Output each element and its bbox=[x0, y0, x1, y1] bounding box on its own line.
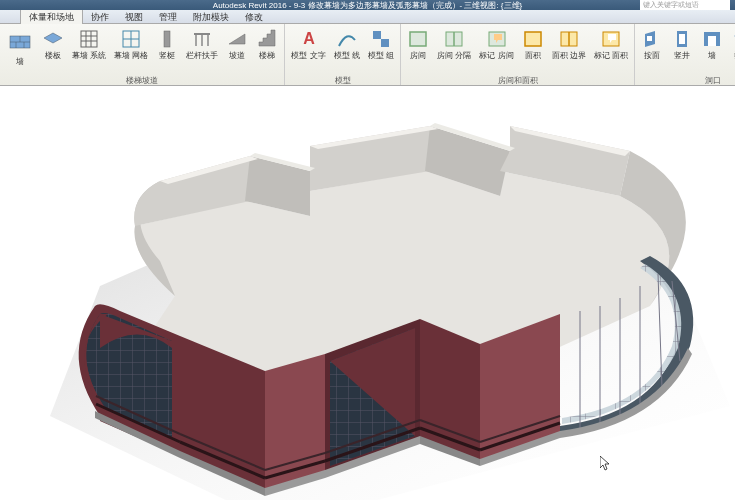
area-icon bbox=[522, 28, 544, 50]
by-face-icon bbox=[641, 28, 663, 50]
tab-modify[interactable]: 修改 bbox=[237, 10, 271, 24]
model-line-button[interactable]: 模型 线 bbox=[332, 26, 362, 62]
ribbon-group-opening: 按面 竖井 墙 垂直 老虎窗 洞口 bbox=[635, 24, 735, 85]
curtain-grid-icon bbox=[120, 28, 142, 50]
model-group-button[interactable]: 模型 组 bbox=[366, 26, 396, 62]
svg-rect-29 bbox=[647, 36, 652, 41]
floor-icon bbox=[42, 28, 64, 50]
shaft-button[interactable]: 竖井 bbox=[669, 26, 695, 62]
ribbon-group-stair-ramp: 墙 楼板 幕墙 系统 幕墙 网格 竖梃 栏杆扶手 bbox=[0, 24, 285, 85]
ribbon: 墙 楼板 幕墙 系统 幕墙 网格 竖梃 栏杆扶手 bbox=[0, 24, 735, 86]
stair-icon bbox=[256, 28, 278, 50]
wall-opening-icon bbox=[701, 28, 723, 50]
vertical-button[interactable]: 垂直 bbox=[729, 26, 735, 62]
area-boundary-icon bbox=[558, 28, 580, 50]
stair-button[interactable]: 楼梯 bbox=[254, 26, 280, 62]
tag-room-icon bbox=[486, 28, 508, 50]
tab-collaborate[interactable]: 协作 bbox=[83, 10, 117, 24]
area-button[interactable]: 面积 bbox=[520, 26, 546, 62]
room-button[interactable]: 房间 bbox=[405, 26, 431, 62]
svg-rect-5 bbox=[81, 31, 97, 47]
mullion-icon bbox=[156, 28, 178, 50]
svg-text:A: A bbox=[303, 30, 315, 47]
ramp-button[interactable]: 坡道 bbox=[224, 26, 250, 62]
svg-rect-25 bbox=[525, 32, 541, 46]
model-line-icon bbox=[336, 28, 358, 50]
room-icon bbox=[407, 28, 429, 50]
curtain-system-button[interactable]: 幕墙 系统 bbox=[70, 26, 108, 62]
svg-rect-31 bbox=[679, 34, 685, 44]
model-text-button[interactable]: A 模型 文字 bbox=[289, 26, 327, 62]
svg-rect-33 bbox=[708, 36, 716, 46]
room-separator-button[interactable]: 房间 分隔 bbox=[435, 26, 473, 62]
tab-addins[interactable]: 附加模块 bbox=[185, 10, 237, 24]
ramp-icon bbox=[226, 28, 248, 50]
area-boundary-button[interactable]: 面积 边界 bbox=[550, 26, 588, 62]
wall-icon bbox=[6, 28, 34, 56]
tab-mass-site[interactable]: 体量和场地 bbox=[20, 10, 83, 24]
viewport-3d[interactable] bbox=[0, 86, 735, 500]
svg-rect-13 bbox=[164, 31, 170, 47]
ribbon-group-model: A 模型 文字 模型 线 模型 组 模型 bbox=[285, 24, 401, 85]
building-model bbox=[0, 86, 735, 500]
ribbon-group-room-area: 房间 房间 分隔 标记 房间 面积 面积 边界 标记 面积 bbox=[401, 24, 635, 85]
floor-button[interactable]: 楼板 bbox=[40, 26, 66, 62]
window-title: Autodesk Revit 2016 - 9-3 修改幕墙为多边形幕墙及弧形幕… bbox=[213, 0, 522, 10]
svg-rect-19 bbox=[373, 31, 381, 39]
shaft-icon bbox=[671, 28, 693, 50]
model-group-icon bbox=[370, 28, 392, 50]
tab-view[interactable]: 视图 bbox=[117, 10, 151, 24]
tab-manage[interactable]: 管理 bbox=[151, 10, 185, 24]
tag-area-icon bbox=[600, 28, 622, 50]
vertical-icon bbox=[731, 28, 735, 50]
wall-button[interactable]: 墙 bbox=[4, 26, 36, 68]
mullion-button[interactable]: 竖梃 bbox=[154, 26, 180, 62]
tag-area-button[interactable]: 标记 面积 bbox=[592, 26, 630, 62]
search-input[interactable]: 键入关键字或短语 bbox=[640, 0, 730, 10]
ribbon-tabs: 体量和场地 协作 视图 管理 附加模块 修改 bbox=[0, 10, 735, 24]
title-bar: Autodesk Revit 2016 - 9-3 修改幕墙为多边形幕墙及弧形幕… bbox=[0, 0, 735, 10]
railing-icon bbox=[191, 28, 213, 50]
wall-opening-button[interactable]: 墙 bbox=[699, 26, 725, 62]
railing-button[interactable]: 栏杆扶手 bbox=[184, 26, 220, 62]
curtain-system-icon bbox=[78, 28, 100, 50]
svg-rect-20 bbox=[381, 39, 389, 47]
room-separator-icon bbox=[443, 28, 465, 50]
curtain-grid-button[interactable]: 幕墙 网格 bbox=[112, 26, 150, 62]
by-face-button[interactable]: 按面 bbox=[639, 26, 665, 62]
model-text-icon: A bbox=[298, 28, 320, 50]
tag-room-button[interactable]: 标记 房间 bbox=[477, 26, 515, 62]
svg-rect-21 bbox=[410, 32, 426, 46]
